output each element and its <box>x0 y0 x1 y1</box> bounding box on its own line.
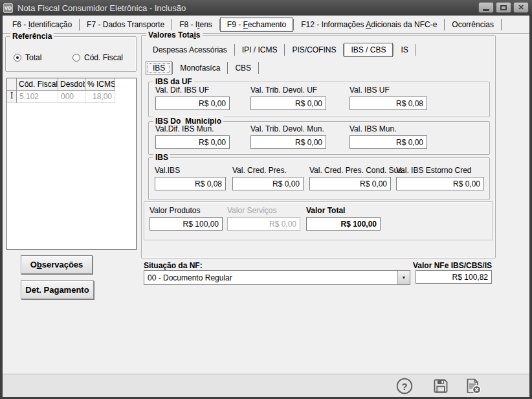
ibs-groupbox: IBS Val.IBS R$ 0,08 Val. Cred. Pres. R$ … <box>148 157 490 200</box>
ibs-title: IBS <box>153 153 170 162</box>
val-trib-devol-mun-field: Val. Trib. Devol. Mun. R$ 0,00 <box>250 124 326 149</box>
situacao-value: 00 - Documento Regular <box>144 271 397 284</box>
val-ibs-field: Val.IBS R$ 0,08 <box>155 166 226 190</box>
radio-cod-fiscal-icon <box>72 54 80 62</box>
maximize-button[interactable] <box>496 2 511 13</box>
val-ibs-estorno-cred-input[interactable]: R$ 0,00 <box>396 177 484 190</box>
valores-tabbar: Despesas Acessórias IPI / ICMS PIS/COFIN… <box>146 42 416 58</box>
tab-ipi-icms[interactable]: IPI / ICMS <box>235 43 285 57</box>
totais-panel: Valor Produtos R$ 100,00 Valor Serviços … <box>144 201 493 240</box>
valor-nfe-label: Valor NFe IBS/CBS/IS <box>391 261 492 270</box>
ibs-da-uf-title: IBS da UF <box>153 77 194 86</box>
table-row[interactable]: I 5.102 000 18,00 <box>7 91 136 103</box>
subtab-cbs[interactable]: CBS <box>228 61 258 75</box>
valores-totais-title: Valores Totais <box>146 30 203 40</box>
val-cred-pres-cond-sus-field: Val. Cred. Pres. Cond. Sus. R$ 0,00 <box>309 166 391 190</box>
minimize-icon <box>483 9 489 11</box>
tab-f12-informacoes-adicionais[interactable]: F12 - Informações Adicionais da NFC-e <box>294 17 444 32</box>
tab-is[interactable]: IS <box>393 43 415 57</box>
window-controls: ✕ <box>478 2 529 13</box>
referencia-title: Referência <box>10 32 54 41</box>
grid-header-indicator <box>7 78 17 91</box>
help-button[interactable]: ? <box>395 377 414 395</box>
tab-pis-cofins[interactable]: PIS/COFINS <box>285 43 343 57</box>
svg-text:?: ? <box>401 381 407 392</box>
cancel-document-icon <box>464 377 482 395</box>
radio-total[interactable]: Total <box>14 53 41 62</box>
ibs-da-uf-groupbox: IBS da UF Val. Dif. IBS UF R$ 0,00 Val. … <box>148 82 490 117</box>
grid-header-cod-fiscal[interactable]: Cód. Fiscal <box>17 78 58 91</box>
tab-ibs-cbs[interactable]: IBS / CBS <box>344 43 393 57</box>
valor-total-field: Valor Total R$ 100,00 <box>306 206 381 231</box>
tab-separator <box>416 44 416 56</box>
minimize-button[interactable] <box>478 2 494 13</box>
val-trib-devol-uf-field: Val. Trib. Devol. UF R$ 0,00 <box>250 86 326 110</box>
valores-totais-groupbox: Valores Totais Despesas Acessórias IPI /… <box>141 35 496 258</box>
row-edit-indicator-icon: I <box>7 91 17 103</box>
footer-bar: ? <box>3 374 529 397</box>
val-ibs-input[interactable]: R$ 0,08 <box>155 177 226 190</box>
tab-f8-itens[interactable]: F8 - Itens <box>172 17 219 32</box>
save-button[interactable] <box>432 377 450 395</box>
app-window: VD Nota Fiscal Consumidor Eletrônica - I… <box>0 0 532 399</box>
val-ibs-uf-input[interactable]: R$ 0,08 <box>349 97 427 110</box>
val-ibs-uf-field: Val. IBS UF R$ 0,08 <box>349 86 427 110</box>
close-button[interactable]: ✕ <box>513 2 529 13</box>
cell-desdob[interactable]: 000 <box>58 91 85 103</box>
val-dif-ibs-uf-field: Val. Dif. IBS UF R$ 0,00 <box>155 86 230 110</box>
ibs-cbs-subtabbar: IBS Monofasíca CBS <box>146 60 259 76</box>
chevron-down-icon[interactable]: ▼ <box>397 271 410 284</box>
titlebar: VD Nota Fiscal Consumidor Eletrônica - I… <box>0 0 532 16</box>
situacao-combobox[interactable]: 00 - Documento Regular ▼ <box>144 270 410 285</box>
val-trib-devol-mun-input[interactable]: R$ 0,00 <box>250 135 326 149</box>
val-cred-pres-cond-sus-input[interactable]: R$ 0,00 <box>309 177 391 190</box>
valor-produtos-input[interactable]: R$ 100,00 <box>150 217 223 231</box>
valor-produtos-field: Valor Produtos R$ 100,00 <box>150 206 223 231</box>
radio-cod-fiscal[interactable]: Cód. Fiscal <box>72 53 123 62</box>
grid-header: Cód. Fiscal Desdob. % ICMS <box>7 78 136 91</box>
val-cred-pres-input[interactable]: R$ 0,00 <box>232 177 304 190</box>
val-ibs-estorno-cred-field: Val. IBS Estorno Cred R$ 0,00 <box>396 166 484 190</box>
maximize-icon <box>500 5 507 10</box>
tab-ocorrencias[interactable]: Ocorrências <box>445 17 501 32</box>
situacao-label: Situação da NF: <box>144 261 203 270</box>
cell-cod-fiscal[interactable]: 5.102 <box>17 91 58 103</box>
main-tabbar: F6 - Identificação F7 - Dados Transporte… <box>3 16 529 34</box>
app-icon: VD <box>3 3 13 13</box>
tab-f9-fechamento[interactable]: F9 - Fechamento <box>220 17 293 32</box>
radio-total-icon <box>14 54 21 62</box>
valor-servicos-input: R$ 0,00 <box>227 217 300 231</box>
help-icon: ? <box>395 377 414 395</box>
val-dif-ibs-uf-input[interactable]: R$ 0,00 <box>155 97 230 110</box>
valor-servicos-field: Valor Serviços R$ 0,00 <box>227 206 300 231</box>
subtab-monofasica[interactable]: Monofasíca <box>173 61 227 75</box>
tab-f7-dados-transporte[interactable]: F7 - Dados Transporte <box>80 17 172 32</box>
subtab-ibs[interactable]: IBS <box>146 61 172 75</box>
tab-f6-identificacao[interactable]: F6 - Identificação <box>5 17 79 32</box>
observacoes-button[interactable]: Observações <box>21 255 93 274</box>
save-icon <box>432 377 450 395</box>
cell-icms[interactable]: 18,00 <box>85 91 115 103</box>
val-cred-pres-field: Val. Cred. Pres. R$ 0,00 <box>232 166 304 190</box>
val-dif-ibs-mun-input[interactable]: R$ 0,00 <box>155 135 230 149</box>
window-title: Nota Fiscal Consumidor Eletrônica - Incl… <box>17 3 186 13</box>
valor-nfe-input: R$ 100,82 <box>416 270 492 284</box>
val-ibs-mun-input[interactable]: R$ 0,00 <box>349 135 427 149</box>
tab-despesas-acessorias[interactable]: Despesas Acessórias <box>146 43 234 57</box>
val-ibs-mun-field: Val. IBS Mun. R$ 0,00 <box>349 124 427 149</box>
val-trib-devol-uf-input[interactable]: R$ 0,00 <box>250 97 326 110</box>
cancel-document-button[interactable] <box>464 377 482 395</box>
tab-separator <box>501 19 502 30</box>
client-area: F6 - Identificação F7 - Dados Transporte… <box>3 16 529 397</box>
grid-header-desdob[interactable]: Desdob. <box>58 78 85 91</box>
referencia-groupbox: Referência Total Cód. Fiscal <box>5 36 137 72</box>
close-icon: ✕ <box>518 4 524 11</box>
grid-header-icms[interactable]: % ICMS <box>85 78 115 91</box>
valor-total-input: R$ 100,00 <box>306 217 381 231</box>
fiscal-codes-grid[interactable]: Cód. Fiscal Desdob. % ICMS I 5.102 000 1… <box>6 78 137 250</box>
val-dif-ibs-mun-field: Val.Dif. IBS Mun. R$ 0,00 <box>155 124 230 149</box>
tab-separator <box>258 62 259 74</box>
det-pagamento-button[interactable]: Det. Pagamento <box>21 280 94 299</box>
ibs-do-municipio-groupbox: IBS Do Município Val.Dif. IBS Mun. R$ 0,… <box>148 121 490 155</box>
